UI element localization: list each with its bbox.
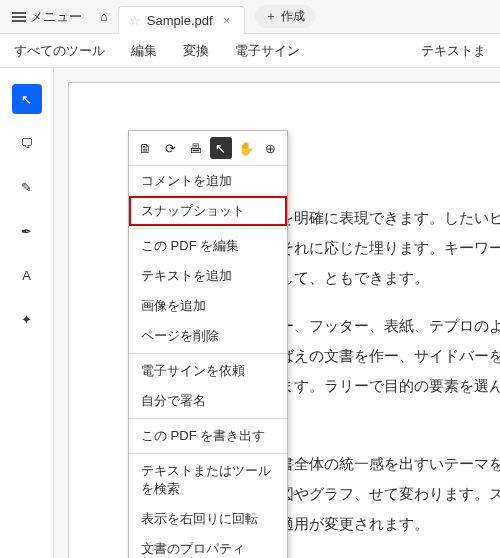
context-menu-item[interactable]: ページを削除 (129, 321, 287, 351)
edit-button[interactable]: 編集 (123, 38, 165, 64)
print-icon[interactable]: 🖶 (185, 137, 207, 159)
context-menu-item[interactable]: 自分で署名 (129, 386, 287, 416)
plus-icon: ＋ (265, 8, 277, 25)
star-icon: ☆ (129, 13, 141, 28)
home-icon: ⌂ (100, 9, 108, 24)
toolbar: すべてのツール 編集 変換 電子サイン テキストま (0, 34, 500, 68)
create-label: 作成 (281, 8, 305, 25)
menu-label: メニュー (30, 8, 82, 26)
signature-tool[interactable]: ✒ (12, 216, 42, 246)
comment-tool[interactable]: 🗨 (12, 128, 42, 158)
document-tab[interactable]: ☆ Sample.pdf × (118, 6, 245, 34)
context-menu-item[interactable]: テキストまたはツールを検索 (129, 456, 287, 504)
zoom-icon[interactable]: ⊕ (260, 137, 282, 159)
all-tools-button[interactable]: すべてのツール (6, 38, 113, 64)
tab-title: Sample.pdf (147, 13, 213, 28)
menu-button[interactable]: メニュー (4, 4, 90, 30)
context-menu-toolbar: 🗎⟳🖶↖✋⊕ (129, 131, 287, 166)
context-menu-item[interactable]: テキストを追加 (129, 261, 287, 291)
separator (129, 228, 287, 229)
sidebar: ↖🗨✎✒A✦ (0, 68, 54, 558)
context-menu-item[interactable]: スナップショット (129, 196, 287, 226)
text-box-tool[interactable]: A (12, 260, 42, 290)
context-menu-item[interactable]: 文書のプロパティ (129, 534, 287, 558)
esign-button[interactable]: 電子サイン (227, 38, 308, 64)
context-menu-item[interactable]: この PDF を編集 (129, 231, 287, 261)
create-button[interactable]: ＋ 作成 (255, 5, 315, 28)
separator (129, 453, 287, 454)
rotate-icon[interactable]: ⟳ (160, 137, 182, 159)
page-icon[interactable]: 🗎 (135, 137, 157, 159)
separator (129, 418, 287, 419)
hand-icon[interactable]: ✋ (235, 137, 257, 159)
select-tool[interactable]: ↖ (12, 84, 42, 114)
home-button[interactable]: ⌂ (92, 5, 116, 28)
convert-button[interactable]: 変換 (175, 38, 217, 64)
select-icon[interactable]: ↖ (210, 137, 232, 159)
context-menu-item[interactable]: 表示を右回りに回転 (129, 504, 287, 534)
context-menu-item[interactable]: この PDF を書き出す (129, 421, 287, 451)
top-bar: メニュー ⌂ ☆ Sample.pdf × ＋ 作成 (0, 0, 500, 34)
text-tool-right[interactable]: テキストま (413, 38, 494, 64)
context-menu-item[interactable]: 電子サインを依頼 (129, 356, 287, 386)
highlight-tool[interactable]: ✎ (12, 172, 42, 202)
hamburger-icon (12, 12, 26, 22)
close-icon[interactable]: × (219, 13, 235, 28)
separator (129, 353, 287, 354)
draw-tool[interactable]: ✦ (12, 304, 42, 334)
context-menu: 🗎⟳🖶↖✋⊕ コメントを追加スナップショットこの PDF を編集テキストを追加画… (128, 130, 288, 558)
context-menu-item[interactable]: コメントを追加 (129, 166, 287, 196)
context-menu-item[interactable]: 画像を追加 (129, 291, 287, 321)
